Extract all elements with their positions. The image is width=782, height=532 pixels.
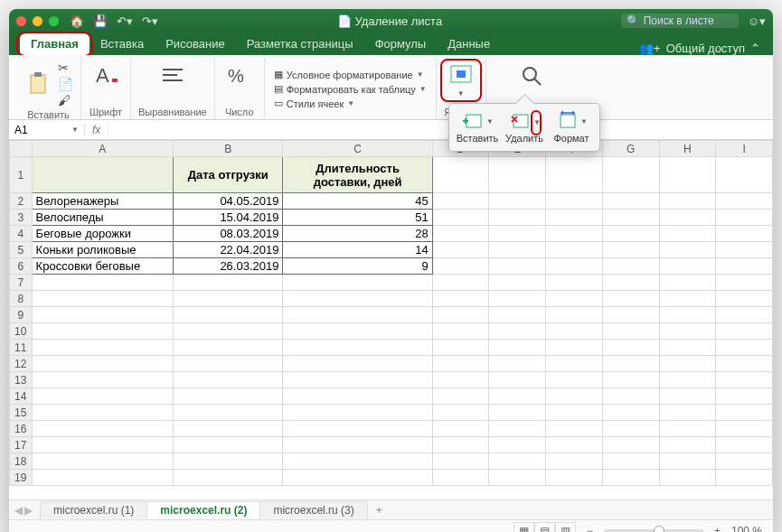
cell[interactable] [546,307,603,323]
cell[interactable] [432,421,489,437]
row-header[interactable]: 6 [10,258,33,275]
cell[interactable] [283,421,432,437]
cell[interactable] [32,291,173,307]
cell[interactable] [432,157,489,193]
cell[interactable] [716,157,773,193]
row-header[interactable]: 17 [10,437,33,453]
cell[interactable] [32,388,173,405]
cell[interactable] [173,307,283,323]
cell[interactable] [546,210,603,226]
cell[interactable] [489,275,546,291]
col-header[interactable]: H [659,141,716,157]
cell[interactable] [716,291,773,307]
cell[interactable]: Дата отгрузки [173,157,283,193]
cell[interactable] [489,291,546,307]
font-button[interactable]: A [89,61,123,89]
cell[interactable] [489,242,546,258]
col-header[interactable]: A [32,141,173,157]
search-box[interactable]: 🔍 Поиск в листе [621,14,739,28]
cell[interactable] [32,437,173,453]
cell[interactable] [432,242,489,258]
cell[interactable] [489,157,546,193]
tab-home[interactable]: Главная [20,33,90,55]
row-header[interactable]: 12 [10,356,33,372]
sheet-next-icon[interactable]: ▶ [24,504,33,517]
cell[interactable] [432,291,489,307]
cell[interactable] [489,193,546,210]
cell[interactable] [716,470,773,486]
row-header[interactable]: 8 [10,291,33,307]
cell[interactable] [659,323,716,340]
cell[interactable] [173,275,283,291]
alignment-button[interactable] [155,61,190,89]
tab-formulas[interactable]: Формулы [364,33,438,55]
cell[interactable]: Велосипеды [32,210,173,226]
cell[interactable] [716,388,773,405]
cell[interactable]: 14 [283,242,432,258]
cell[interactable] [432,226,489,242]
cell[interactable] [659,421,716,437]
cell[interactable] [489,388,546,405]
cell[interactable] [173,453,283,470]
cell[interactable] [659,340,716,356]
cell[interactable] [546,340,603,356]
maximize-window-button[interactable] [49,16,59,26]
cell[interactable] [489,323,546,340]
cell[interactable] [602,323,659,340]
user-account-icon[interactable]: ☺▾ [748,14,766,28]
cell[interactable] [283,388,432,405]
editing-button[interactable] [514,61,549,89]
cell[interactable] [283,291,432,307]
cell[interactable] [283,453,432,470]
cell[interactable] [432,210,489,226]
cell[interactable] [173,421,283,437]
cell[interactable] [602,210,659,226]
cell[interactable] [432,356,489,372]
cell[interactable] [546,372,603,388]
cell[interactable] [716,405,773,421]
zoom-level[interactable]: 100 % [731,525,762,533]
cell[interactable] [283,323,432,340]
cell[interactable] [432,405,489,421]
cell[interactable] [659,258,716,275]
sheet-prev-icon[interactable]: ◀ [14,504,23,517]
cell[interactable] [602,372,659,388]
cell[interactable] [716,340,773,356]
cell[interactable] [32,453,173,470]
cell[interactable] [602,356,659,372]
cell[interactable] [659,193,716,210]
cell[interactable] [432,437,489,453]
cell[interactable] [283,356,432,372]
cell[interactable] [283,470,432,486]
zoom-in-button[interactable]: + [714,525,721,533]
popup-insert-button[interactable]: ▼ Вставить [455,107,500,145]
cell[interactable]: Коньки роликовые [32,242,173,258]
cell[interactable] [32,372,173,388]
cut-icon[interactable]: ✂ [58,61,73,75]
row-header[interactable]: 7 [10,275,33,291]
cell[interactable] [716,437,773,453]
cell[interactable] [546,453,603,470]
cell[interactable] [432,258,489,275]
tab-drawing[interactable]: Рисование [155,33,235,55]
cell[interactable] [659,372,716,388]
row-header[interactable]: 9 [10,307,33,323]
cell[interactable] [546,470,603,486]
cell[interactable] [546,258,603,275]
cell[interactable] [489,372,546,388]
cell[interactable] [546,242,603,258]
cell[interactable] [283,275,432,291]
format-as-table-button[interactable]: ▤Форматировать как таблицу▼ [272,82,429,96]
cell[interactable] [432,388,489,405]
popup-delete-button[interactable]: ▼ Удалить [502,107,547,145]
cell[interactable] [659,437,716,453]
cell[interactable] [546,323,603,340]
cell[interactable] [602,193,659,210]
page-break-view-icon[interactable]: ▥ [555,522,576,533]
fx-icon[interactable]: fx [85,124,108,136]
cell[interactable] [489,421,546,437]
cell[interactable] [32,307,173,323]
row-header[interactable]: 18 [10,453,33,470]
sheet-nav[interactable]: ◀▶ [14,504,33,517]
cell[interactable] [32,356,173,372]
